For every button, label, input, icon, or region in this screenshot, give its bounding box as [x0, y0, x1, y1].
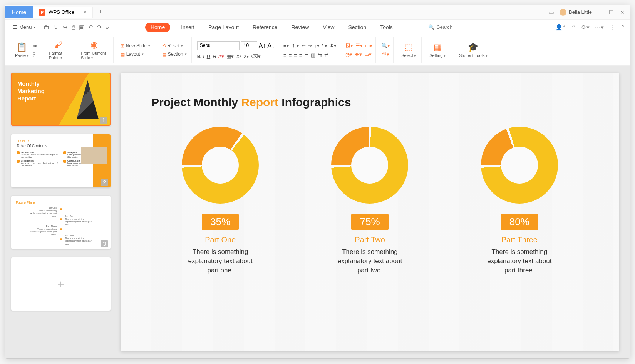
section-button[interactable]: ▤Section [161, 51, 188, 58]
more-icon[interactable]: ⋮ [609, 24, 615, 31]
user-account[interactable]: Bella Little [560, 9, 592, 16]
share-user-icon[interactable]: 👤⁺ [555, 24, 566, 31]
font-color-icon[interactable]: A▾ [218, 53, 225, 59]
ribbon-toolbar: 📋Paste ✂ ⎘ 🖌Farmat Painter ◉From Current… [5, 35, 630, 66]
tab-reference[interactable]: Reference [250, 23, 281, 32]
distribute-icon[interactable]: ≣ [304, 52, 308, 58]
text-direction-icon[interactable]: ¶▾ [322, 43, 327, 48]
tab-tools[interactable]: Tools [377, 23, 396, 32]
align-center-icon[interactable]: ≡ [289, 52, 292, 58]
title-highlight: Report [241, 96, 278, 109]
increase-font-icon[interactable]: A↑ [259, 42, 266, 49]
search-input[interactable] [437, 24, 475, 30]
highlight-icon[interactable]: ▦▾ [226, 53, 234, 59]
part-name-2: Part Two [355, 235, 385, 244]
columns-icon[interactable]: ▥ [311, 52, 315, 58]
feedback-icon[interactable]: ⋯▾ [595, 24, 604, 31]
layout-button[interactable]: ▦Layout [119, 51, 152, 58]
bold-icon[interactable]: B [197, 53, 201, 59]
align-left-icon[interactable]: ≡ [283, 52, 287, 58]
underline-icon[interactable]: U [207, 53, 210, 59]
paste-button[interactable]: 📋Paste [13, 42, 31, 58]
decrease-font-icon[interactable]: A↓ [267, 42, 275, 49]
find-icon[interactable]: 🔍▾ [381, 43, 390, 48]
export-icon[interactable]: ↪ [63, 24, 68, 31]
fill-icon[interactable]: ◔▾ [345, 52, 352, 57]
section-icon: ▤ [162, 52, 166, 57]
tab-view[interactable]: View [320, 23, 337, 32]
line-spacing-icon[interactable]: ↕▾ [315, 43, 320, 48]
home-tab-button[interactable]: Home [5, 6, 33, 18]
paste-icon: 📋 [17, 42, 27, 52]
slide-canvas[interactable]: Project Monthly Report Infographics 35% … [117, 66, 630, 358]
maximize-icon[interactable]: ☐ [609, 9, 614, 15]
picture-icon[interactable]: 🖼▾ [345, 43, 353, 48]
add-slide-thumbnail[interactable]: ＋ [11, 257, 111, 311]
numbering-icon[interactable]: ⒈▾ [292, 42, 299, 49]
justify-icon[interactable]: ≡ [299, 52, 302, 58]
current-slide[interactable]: Project Monthly Report Infographics 35% … [121, 73, 619, 351]
document-tab-label: WPS Office [49, 9, 74, 15]
align-right-icon[interactable]: ≡ [294, 52, 297, 58]
arrange-icon[interactable]: ❖▾ [355, 52, 362, 57]
cut-icon[interactable]: ✂ [33, 43, 38, 50]
document-tab[interactable]: P WPS Office ✕ [33, 7, 93, 18]
decrease-indent-icon[interactable]: ⇤ [302, 43, 306, 48]
preview-icon[interactable]: ▣ [79, 24, 84, 31]
reset-button[interactable]: ⟲Reset [161, 42, 188, 49]
thumbnail-1[interactable]: Monthly Marketing Report 1 [11, 73, 111, 126]
clear-format-icon[interactable]: ⌫▾ [251, 53, 261, 59]
close-tab-icon[interactable]: ✕ [83, 9, 87, 15]
tab-home[interactable]: Home [145, 23, 170, 32]
collapse-ribbon-icon[interactable]: ⌃ [620, 24, 625, 31]
chart-2[interactable]: 75% Part Two There is something explanat… [301, 127, 439, 275]
textbox-icon[interactable]: ▭▾ [365, 43, 372, 48]
from-current-button[interactable]: ◉From Current Slide [79, 40, 110, 60]
tab-review[interactable]: Review [288, 23, 312, 32]
align-text-icon[interactable]: ⬍▾ [330, 43, 337, 48]
italic-icon[interactable]: I [203, 53, 204, 59]
donut-chart-1 [182, 127, 259, 204]
tab-insert[interactable]: Insert [178, 23, 198, 32]
superscript-icon[interactable]: X² [236, 53, 241, 59]
redo-icon[interactable]: ↷ [97, 24, 102, 31]
tab-section[interactable]: Section [345, 23, 369, 32]
rtl-icon[interactable]: ⇆ [318, 52, 322, 58]
tablet-mode-icon[interactable]: ▭ [548, 8, 554, 16]
new-slide-button[interactable]: ⊞New Slide [119, 42, 152, 49]
shapes-icon[interactable]: ☰▾ [355, 43, 363, 48]
new-tab-button[interactable]: + [93, 8, 108, 16]
select-button[interactable]: ⬚Select [399, 42, 418, 58]
chart-1[interactable]: 35% Part One There is something explanat… [151, 127, 289, 275]
thumbnail-2[interactable]: BUSINESS Table Of Contents IntroductionH… [11, 134, 111, 187]
close-window-icon[interactable]: ✕ [620, 9, 625, 15]
slide-title[interactable]: Project Monthly Report Infographics [151, 96, 588, 109]
print-icon[interactable]: ⎙ [72, 24, 75, 31]
increase-indent-icon[interactable]: ⇥ [308, 43, 312, 48]
chart-3[interactable]: 80% Part Three There is something explan… [451, 127, 588, 275]
bullets-icon[interactable]: ≡▾ [283, 43, 289, 48]
more-qat-icon[interactable]: » [106, 24, 109, 31]
reset-icon: ⟲ [162, 43, 166, 48]
strikethrough-icon[interactable]: S [213, 53, 216, 59]
copy-icon[interactable]: ⎘ [33, 51, 38, 58]
font-name-select[interactable]: Seoui [197, 41, 240, 50]
hamburger-menu[interactable]: ☰ Menu ▾ [10, 23, 39, 32]
setting-button[interactable]: ▦Setting [427, 42, 448, 58]
history-icon[interactable]: ⟳▾ [581, 24, 590, 31]
minimize-icon[interactable]: — [597, 9, 603, 15]
ltr-icon[interactable]: ⇄ [324, 52, 328, 58]
student-tools-button[interactable]: 🎓Student Tools [457, 42, 490, 58]
undo-icon[interactable]: ↶ [88, 24, 93, 31]
thumbnail-3[interactable]: Future Plans Part OneThere is something … [11, 196, 111, 249]
replace-icon[interactable]: ᴬᴮ▾ [382, 52, 389, 57]
format-painter-button[interactable]: 🖌Farmat Painter [47, 40, 70, 60]
share-icon[interactable]: ⇧ [571, 24, 576, 31]
save-icon[interactable]: 🖫 [53, 24, 59, 31]
font-size-select[interactable]: 10 [241, 41, 257, 50]
open-icon[interactable]: 🗀 [44, 24, 49, 31]
search-box[interactable]: 🔍 [428, 24, 475, 30]
tab-page-layout[interactable]: Page Layout [205, 23, 242, 32]
outline-icon[interactable]: ▭▾ [364, 52, 372, 57]
subscript-icon[interactable]: X₂ [243, 53, 249, 59]
